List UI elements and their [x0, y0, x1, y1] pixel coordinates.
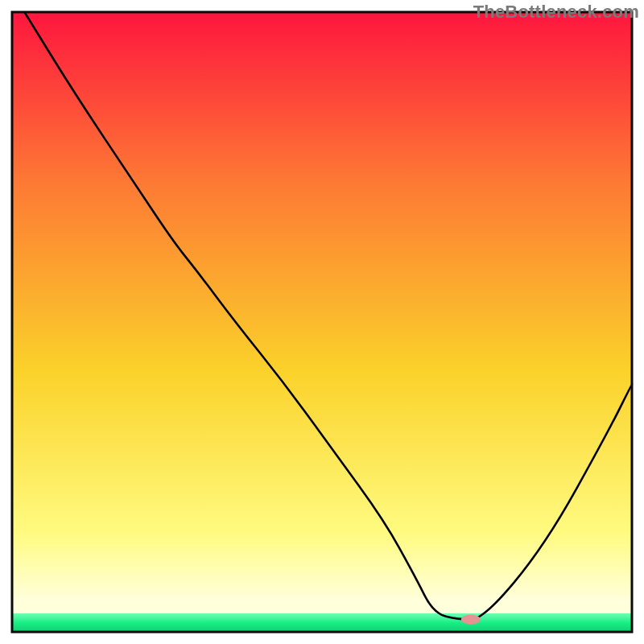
plot-area: [12, 12, 632, 632]
highlight-marker: [461, 615, 481, 625]
bottleneck-chart: TheBottleneck.com: [0, 0, 644, 644]
green-band: [12, 613, 632, 632]
chart-svg: [0, 0, 644, 644]
gradient-background: [12, 12, 632, 632]
